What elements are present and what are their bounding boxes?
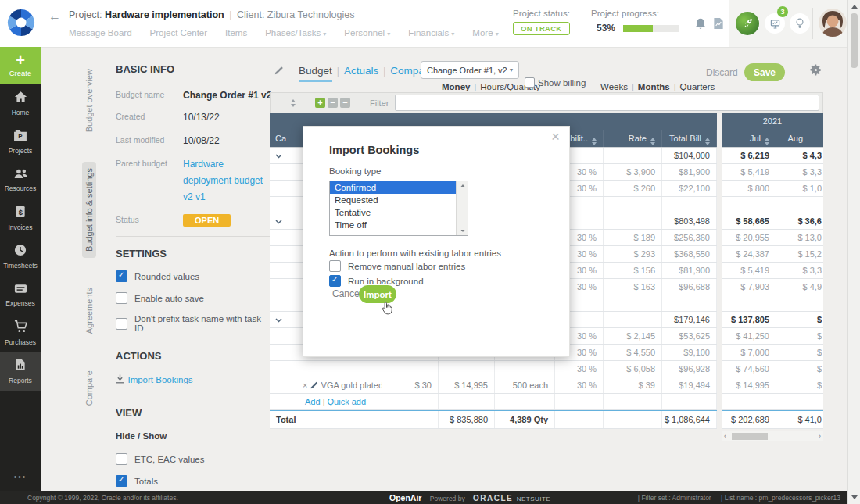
table-row[interactable] [722,394,823,410]
table-row[interactable]: $ 6,219$ 4,3 [722,148,823,164]
sidebar-item-resources[interactable]: Resources [0,161,41,199]
scroll-up-icon[interactable] [460,184,464,187]
table-row[interactable] [722,295,823,312]
sort-icon[interactable] [291,99,296,107]
table-row[interactable]: × VGA gold plated ..$ 30$ 14,995500 each… [270,377,717,394]
scrollbar-thumb[interactable] [851,13,858,68]
table-row[interactable]: $ 5,419$ 3,3 [722,164,823,181]
table-row[interactable]: $ 41,250$ [722,328,823,345]
scroll-right-icon[interactable]: › [819,431,821,441]
chevron-down-icon[interactable] [270,148,282,163]
checkbox-enable-auto-save[interactable]: Enable auto save [116,292,272,304]
period-toggle-months[interactable]: Months [638,82,670,91]
report-doc-icon[interactable] [713,17,724,33]
sidebar-item-invoices[interactable]: $Invoices [0,199,41,238]
table-row[interactable]: $ 137,805$ [722,312,823,328]
openair-logo[interactable] [4,5,38,43]
notifications-bell-icon[interactable] [694,17,707,34]
scroll-left-icon[interactable]: ‹ [724,431,726,441]
nav-phases-tasks[interactable]: Phases/Tasks ▾ [265,28,326,38]
unit-toggle-money[interactable]: Money [442,82,470,91]
table-row[interactable]: $ 800$ 1,0 [722,181,823,197]
rocket-icon[interactable] [736,12,759,35]
sidebar-item-home[interactable]: Home [0,84,41,123]
period-toggle-weeks[interactable]: Weeks [600,82,628,91]
filter-input[interactable] [395,95,819,111]
page-scrollbar[interactable] [847,0,860,504]
checkbox-rounded-values[interactable]: Rounded values [116,270,272,282]
table-row[interactable]: $ 5,419$ 3,3 [722,263,823,279]
edit-pencil-icon[interactable] [274,64,285,78]
booking-type-tentative[interactable]: Tentative [330,206,456,219]
booking-type-time-off[interactable]: Time off [330,219,456,231]
checkbox-totals[interactable]: Totals [116,475,272,487]
horizontal-scrollbar[interactable]: ‹ › [722,431,823,441]
month-header-row[interactable]: JulAug [722,130,823,148]
view-tab-budget[interactable]: Budget [299,65,332,82]
sidebar-item-expenses[interactable]: Expenses [0,276,41,314]
nav-message-board[interactable]: Message Board [69,28,132,38]
sidebar-item-reports[interactable]: Reports [0,352,41,391]
column-header-aug[interactable]: Aug [776,130,823,147]
cancel-button[interactable]: Cancel [332,288,361,299]
table-row[interactable]: Add | Quick add [270,394,717,410]
discard-button[interactable]: Discard [706,67,738,78]
collapse-button[interactable]: − [328,98,338,108]
scroll-down-icon[interactable] [851,495,858,499]
view-tab-actuals[interactable]: Actuals [344,65,378,77]
table-row[interactable]: 30 %$ 6,058$96,928 [270,361,717,377]
booking-type-requested[interactable]: Requested [330,194,456,206]
show-billing-checkbox[interactable]: Show billing [525,77,586,88]
listbox-scrollbar[interactable] [456,181,468,235]
table-row[interactable]: $ 20,955$ 13,0 [722,230,823,246]
checkbox-run-in-background[interactable]: Run in background [329,275,465,287]
table-row[interactable]: $ 58,665$ 36,6 [722,213,823,230]
sidebar-item-purchases[interactable]: Purchases [0,314,41,352]
nav-more[interactable]: More ▾ [472,28,498,38]
booking-type-listbox[interactable]: ConfirmedRequestedTentativeTime off [329,181,468,236]
save-button[interactable]: Save [744,63,785,81]
booking-type-confirmed[interactable]: Confirmed [330,181,456,194]
checkbox-don-t-prefix-task-name-with-task-id[interactable]: Don't prefix task name with task ID [116,314,272,333]
import-bookings-link[interactable]: Import Bookings [116,372,272,387]
column-header-total-bill[interactable]: Total Bill [662,130,717,147]
column-header-jul[interactable]: Jul [722,130,776,147]
table-row[interactable] [722,197,823,213]
add-link[interactable]: Add [305,397,321,406]
nav-items[interactable]: Items [225,28,247,38]
side-tab-compare[interactable]: Compare [82,364,96,412]
table-row[interactable]: $ 14,995$ [722,377,823,394]
table-row[interactable]: $ 7,000$ [722,345,823,361]
quick-add-link[interactable]: Quick add [328,397,367,406]
checkbox-etc-eac-values[interactable]: ETC, EAC values [116,453,272,465]
table-row[interactable]: $ 24,387$ 15,2 [722,246,823,263]
back-arrow-icon[interactable]: ← [48,9,61,23]
sidebar-item-projects[interactable]: PProjects [0,123,41,161]
pencil-icon[interactable] [310,378,319,393]
sidebar-item-create[interactable]: +Create [0,47,41,84]
chevron-down-icon[interactable] [270,312,282,327]
parent-budget-link[interactable]: Hardware deployment budget v2 v1 [183,156,272,206]
more-menu[interactable]: ••• [0,473,41,481]
sort-icon[interactable] [650,138,655,145]
side-tab-budget-info-settings[interactable]: Budget info & settings [82,162,96,258]
scrollbar-thumb[interactable] [732,433,768,440]
sort-icon[interactable] [592,138,597,145]
side-tab-budget-overview[interactable]: Budget overview [82,63,96,138]
column-header-rate[interactable]: Rate [604,130,662,147]
scroll-up-icon[interactable] [851,5,858,9]
close-icon[interactable]: × [551,128,560,145]
table-row[interactable]: $ 74,560$ [722,361,823,377]
user-avatar[interactable] [819,9,847,37]
sort-icon[interactable] [765,138,769,145]
checkbox-remove-manual-labor-entries[interactable]: Remove manual labor entries [329,260,465,272]
nav-financials[interactable]: Financials ▾ [408,28,454,38]
nav-project-center[interactable]: Project Center [150,28,208,38]
side-tab-agreements[interactable]: Agreements [82,281,96,340]
delete-icon[interactable]: × [270,381,307,390]
scroll-down-icon[interactable] [460,230,464,232]
expand-all-button[interactable]: + [315,98,325,108]
sidebar-item-timesheets[interactable]: Timesheets [0,238,41,276]
chevron-down-icon[interactable] [270,213,282,229]
collapse-all-button[interactable]: − [340,98,350,108]
